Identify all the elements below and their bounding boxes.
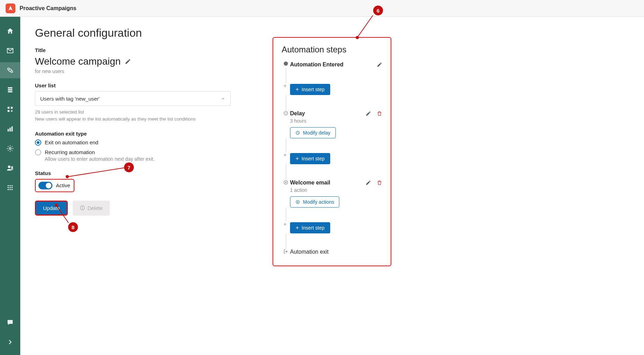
main-content: General configuration Title Welcome camp… <box>20 17 644 355</box>
welcome-sub: 1 action <box>290 187 382 193</box>
userlist-value: Users with tag 'new_user' <box>40 96 100 102</box>
svg-rect-7 <box>8 110 10 112</box>
svg-point-19 <box>9 187 11 188</box>
modify-delay-button[interactable]: Modify delay <box>290 127 336 138</box>
insert-step-button[interactable]: +Insert step <box>290 153 330 164</box>
plus-icon: + <box>283 222 288 226</box>
svg-rect-10 <box>12 126 13 132</box>
nav-grid[interactable] <box>0 101 20 117</box>
app-logo <box>6 3 15 13</box>
sidebar <box>0 17 20 355</box>
svg-point-17 <box>12 185 13 187</box>
nav-users[interactable] <box>0 160 20 176</box>
userlist-label: User list <box>35 82 231 88</box>
radio-exit-end[interactable]: Exit on automation end <box>35 139 231 146</box>
step-welcome-email: Welcome email <box>290 180 330 186</box>
svg-point-22 <box>9 189 11 190</box>
nav-expand[interactable] <box>0 334 20 350</box>
callout-6: 6 <box>373 6 383 15</box>
edit-icon[interactable] <box>366 180 371 186</box>
nav-home[interactable] <box>0 23 20 39</box>
edit-title-icon[interactable] <box>125 58 131 65</box>
callout-8: 8 <box>68 222 78 232</box>
automation-heading: Automation steps <box>282 45 382 55</box>
exit-icon <box>283 249 289 254</box>
info-icon <box>80 205 85 211</box>
status-value: Active <box>56 182 70 188</box>
callout-dot <box>66 175 69 178</box>
svg-rect-3 <box>8 89 13 90</box>
topbar: Proactive Campaigns <box>0 0 644 17</box>
status-label: Status <box>35 170 231 176</box>
clock-icon <box>295 130 300 135</box>
svg-rect-14 <box>12 168 13 170</box>
svg-point-11 <box>9 147 11 150</box>
svg-rect-2 <box>8 87 13 89</box>
nav-apps[interactable] <box>0 180 20 196</box>
svg-point-26 <box>82 207 83 207</box>
play-icon <box>283 180 289 185</box>
callout-dot <box>356 36 359 39</box>
svg-point-21 <box>8 189 9 190</box>
edit-icon[interactable] <box>377 62 382 67</box>
svg-point-13 <box>12 166 13 168</box>
update-button[interactable]: Update <box>35 201 68 216</box>
app-title: Proactive Campaigns <box>20 5 77 12</box>
callout-7: 7 <box>124 162 134 172</box>
svg-point-15 <box>8 185 9 187</box>
chevron-down-icon <box>220 96 225 101</box>
svg-point-1 <box>11 71 13 73</box>
svg-point-23 <box>12 189 13 190</box>
insert-step-button[interactable]: +Insert step <box>290 222 330 233</box>
nav-lists[interactable] <box>0 82 20 98</box>
insert-step-button[interactable]: +Insert step <box>290 84 330 95</box>
svg-rect-8 <box>8 129 9 131</box>
userlist-help: 29 users in selected list New users will… <box>35 109 231 123</box>
plus-icon: + <box>283 152 288 157</box>
delay-value: 3 hours <box>290 118 382 124</box>
nav-settings[interactable] <box>0 140 20 157</box>
step-start-marker <box>284 61 288 66</box>
svg-point-16 <box>9 185 11 187</box>
svg-point-20 <box>12 187 13 188</box>
delete-button: Delete <box>73 201 109 216</box>
clock-icon <box>283 110 289 116</box>
play-icon <box>295 200 300 204</box>
step-entered: Automation Entered <box>290 61 343 68</box>
radio-recurring[interactable]: Recurring automation <box>35 149 231 155</box>
status-toggle-box: Active <box>35 179 74 192</box>
nav-chat[interactable] <box>0 314 20 331</box>
exit-type-label: Automation exit type <box>35 131 231 137</box>
automation-panel: Automation steps Automation Entered + +I… <box>273 37 391 266</box>
nav-campaigns[interactable] <box>0 62 20 78</box>
svg-rect-5 <box>8 107 10 109</box>
status-toggle[interactable] <box>38 182 52 189</box>
svg-rect-4 <box>8 91 13 93</box>
plus-icon: + <box>283 83 288 88</box>
radio-recurring-sub: Allow users to enter automation next day… <box>45 156 231 162</box>
step-exit: Automation exit <box>290 249 328 255</box>
svg-rect-9 <box>9 128 11 131</box>
callout-dot <box>55 204 58 207</box>
trash-icon[interactable] <box>377 111 382 116</box>
campaign-title: Welcome campaign <box>35 56 121 67</box>
trash-icon[interactable] <box>377 180 382 186</box>
svg-point-0 <box>8 68 10 70</box>
svg-point-12 <box>8 166 10 168</box>
step-delay: Delay <box>290 110 305 117</box>
modify-actions-button[interactable]: Modify actions <box>290 196 339 208</box>
userlist-select[interactable]: Users with tag 'new_user' <box>35 91 231 106</box>
nav-analytics[interactable] <box>0 121 20 137</box>
edit-icon[interactable] <box>366 111 371 116</box>
svg-point-18 <box>8 187 9 188</box>
svg-rect-6 <box>11 107 13 109</box>
nav-mail[interactable] <box>0 43 20 59</box>
